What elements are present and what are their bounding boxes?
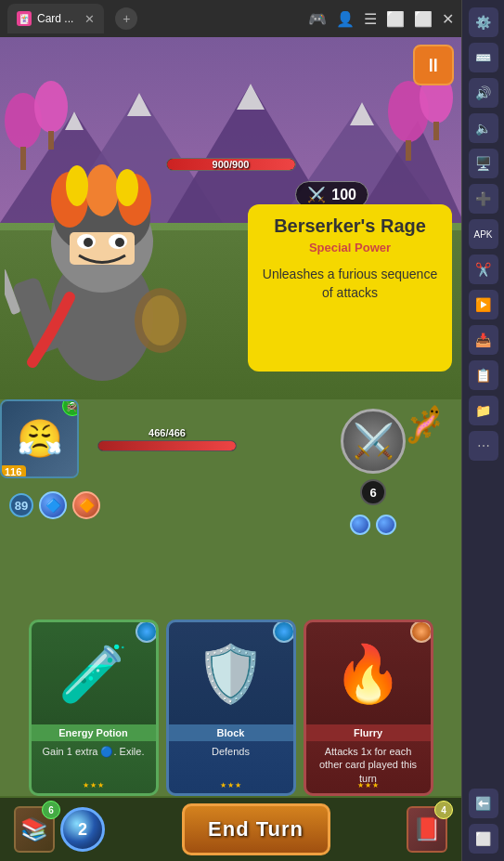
card-stars-3: ★★★: [357, 781, 380, 789]
end-turn-button[interactable]: End Turn: [182, 803, 330, 855]
window-icon[interactable]: ⬜: [386, 10, 405, 28]
toolbar-more[interactable]: ⋯: [469, 431, 498, 461]
berserker-character: [5, 149, 200, 399]
card-cost-2: [273, 620, 295, 643]
card-cost-3: [410, 620, 433, 643]
player-health-text: 466/466: [97, 427, 237, 438]
tab-title: Card ...: [37, 12, 73, 25]
tab-area[interactable]: 🃏 Card ... ✕: [7, 4, 104, 33]
controller-icon[interactable]: 🎮: [308, 10, 327, 28]
svg-point-27: [115, 238, 124, 247]
weapon-counter: 6: [360, 479, 386, 505]
player-stats-row: 89 🔷 🔶: [9, 491, 100, 519]
card-block[interactable]: 🛡️ Block Defends ★★★: [166, 620, 296, 796]
ability-title: Berserker's Rage: [274, 215, 426, 237]
deck-count-right: 4: [434, 801, 453, 819]
deck-icon-left[interactable]: 📚 6: [14, 806, 55, 853]
card-energy-potion[interactable]: 🧪 Energy Potion Gain 1 extra 🔵. Exile. ★…: [29, 620, 159, 796]
card-name-2: Block: [169, 724, 293, 741]
deck-count-left: 6: [42, 801, 60, 819]
svg-point-12: [34, 81, 68, 133]
tab-icon: 🃏: [17, 11, 32, 26]
card-stars-1: ★★★: [83, 781, 105, 789]
bottom-bar: 📚 6 2 End Turn 📕 4: [0, 796, 461, 861]
weapon-area: ⚔️ 6: [341, 409, 406, 535]
svg-point-26: [84, 238, 93, 247]
deck-icon-right[interactable]: 📕 4: [407, 806, 447, 853]
card-name-1: Energy Potion: [32, 724, 156, 741]
toolbar-display[interactable]: 🖥️: [469, 149, 498, 178]
svg-rect-17: [433, 122, 439, 140]
toolbar-keyboard[interactable]: ⌨️: [469, 43, 498, 72]
user-icon[interactable]: 👤: [336, 10, 355, 28]
card-cost-1: [136, 620, 158, 643]
tab-close-button[interactable]: ✕: [84, 12, 95, 26]
ability-subtitle: Special Power: [309, 241, 391, 254]
svg-rect-15: [406, 140, 411, 161]
card-desc-2: Defends: [169, 741, 293, 762]
new-tab-button[interactable]: +: [115, 7, 137, 30]
svg-rect-13: [48, 131, 54, 150]
player-level: 116: [0, 465, 26, 478]
blue-stat-orb: 🔷: [39, 491, 67, 519]
game-field: 🦎 😤 3 🦗 116 89 🔷 🔶 466/466: [0, 399, 461, 861]
card-name-3: Flurry: [306, 724, 431, 741]
enemy-health-text: 900/900: [213, 159, 250, 170]
weapon-icon[interactable]: ⚔️: [341, 409, 406, 474]
toolbar-apk[interactable]: APK: [469, 219, 498, 249]
pause-button[interactable]: ⏸: [413, 45, 454, 85]
svg-point-36: [142, 295, 179, 346]
maximize-icon[interactable]: ⬜: [414, 10, 433, 28]
game-content: ⏸ 900/900 ⚔️ 100: [0, 37, 461, 861]
orb-dot-2: [376, 515, 396, 535]
sword-icon: ⚔️: [307, 186, 326, 203]
browser-bar: 🃏 Card ... ✕ + 🎮 👤 ☰ ⬜ ⬜ ✕: [0, 0, 461, 37]
enemy-creature: 🦎: [404, 404, 447, 445]
svg-point-29: [85, 164, 119, 216]
player-card[interactable]: 😤 3 🦗 116: [0, 399, 79, 478]
close-window-icon[interactable]: ✕: [442, 10, 454, 28]
toolbar-copy[interactable]: 📋: [469, 360, 498, 390]
right-toolbar: ⚙️ ⌨️ 🔊 🔈 🖥️ ➕ APK ✂️ ▶️ 📥 📋 📁 ⋯ ⬅️ ⬜: [461, 0, 504, 861]
orb-dot-1: [350, 515, 370, 535]
card-flurry[interactable]: 🔥 Flurry Attacks 1x for each other card …: [304, 620, 433, 796]
toolbar-folder[interactable]: 📁: [469, 396, 498, 425]
creature-badge: 🦗: [65, 399, 79, 412]
ability-card: Berserker's Rage Special Power Unleashes…: [248, 204, 452, 372]
toolbar-settings[interactable]: ⚙️: [469, 7, 498, 37]
red-stat-orb: 🔶: [72, 491, 100, 519]
toolbar-volume-down[interactable]: 🔈: [469, 113, 498, 143]
player-health-area: 466/466: [97, 427, 237, 451]
ability-description: Unleashes a furious sequence of attacks: [259, 266, 441, 302]
shield-stat: 89: [9, 493, 33, 517]
browser-controls: 🎮 👤 ☰ ⬜ ⬜ ✕: [308, 10, 454, 28]
toolbar-scissors[interactable]: ✂️: [469, 254, 498, 284]
energy-orb[interactable]: 2: [60, 807, 105, 852]
attack-value: 100: [331, 187, 356, 203]
battle-scene: ⏸ 900/900 ⚔️ 100: [0, 37, 461, 399]
svg-point-31: [66, 165, 88, 206]
menu-icon[interactable]: ☰: [364, 10, 377, 28]
toolbar-back[interactable]: ⬅️: [469, 789, 498, 818]
cards-hand: 🧪 Energy Potion Gain 1 extra 🔵. Exile. ★…: [5, 620, 457, 796]
player-health-bar: [98, 441, 236, 450]
card-desc-1: Gain 1 extra 🔵. Exile.: [32, 741, 156, 762]
deck-left: 📚 6 2: [14, 806, 105, 853]
toolbar-import[interactable]: 📥: [469, 325, 498, 355]
svg-point-32: [116, 169, 138, 206]
toolbar-volume-up[interactable]: 🔊: [469, 78, 498, 108]
toolbar-home[interactable]: ⬜: [469, 824, 498, 854]
player-health-bar-container: [97, 440, 237, 451]
toolbar-play[interactable]: ▶️: [469, 290, 498, 320]
orb-row: [350, 515, 396, 535]
card-stars-2: ★★★: [220, 781, 242, 789]
toolbar-add[interactable]: ➕: [469, 184, 498, 214]
